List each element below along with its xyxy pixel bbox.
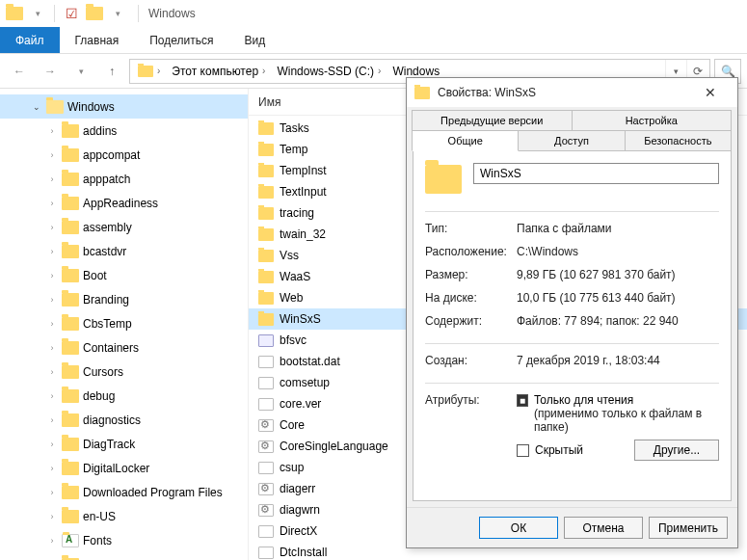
crumb-this-pc[interactable]: Этот компьютер› [166, 60, 271, 83]
readonly-sublabel: (применимо только к файлам в папке) [534, 407, 719, 434]
tree-item[interactable]: ›bcastdvr [0, 239, 248, 263]
folder-icon [258, 292, 274, 305]
tab-general[interactable]: Общие [412, 130, 519, 151]
tree-item[interactable]: ›Cursors [0, 360, 248, 384]
value-size-on-disk: 10,0 ГБ (10 775 613 440 байт) [517, 291, 676, 305]
readonly-checkbox[interactable]: ■ [517, 394, 528, 407]
tree-root-windows[interactable]: ⌄Windows [0, 94, 248, 119]
crumb-drive[interactable]: Windows-SSD (C:)› [271, 60, 387, 83]
gear-icon [258, 483, 274, 495]
dialog-folder-icon [414, 87, 430, 99]
label-location: Расположение: [425, 245, 517, 258]
file-icon [258, 462, 274, 474]
folder-icon [62, 124, 79, 138]
tree-item[interactable]: ›assembly [0, 215, 248, 239]
folder-icon [258, 313, 274, 326]
tree-item[interactable]: ›Fonts [0, 528, 248, 552]
properties-dialog: Свойства: WinSxS ✕ Предыдущие версии Нас… [406, 77, 738, 548]
tree-item[interactable]: ›debug [0, 384, 248, 408]
file-icon [258, 525, 274, 538]
window-titlebar: ▾ ☑ ▾ Windows [0, 0, 747, 27]
label-size-on-disk: На диске: [425, 291, 517, 305]
ribbon-tabs: Файл Главная Поделиться Вид [0, 27, 747, 54]
tree-item[interactable]: ›DigitalLocker [0, 456, 248, 480]
folder-icon [62, 269, 79, 282]
folder-icon [62, 462, 79, 475]
apply-button[interactable]: Применить [649, 517, 728, 539]
tab-share[interactable]: Поделиться [134, 27, 228, 53]
label-created: Создан: [425, 354, 517, 367]
value-location: C:\Windows [517, 245, 578, 258]
folder-icon [62, 341, 79, 355]
file-icon [258, 356, 274, 368]
folder-icon [258, 271, 274, 283]
label-attributes: Атрибуты: [425, 393, 517, 461]
folder-icon [62, 486, 79, 499]
tree-item[interactable]: ›Downloaded Program Files [0, 480, 248, 504]
folder-icon [62, 148, 79, 162]
nav-recent[interactable]: ▾ [67, 58, 94, 85]
tree-item[interactable]: ›AppReadiness [0, 191, 248, 215]
breadcrumb-root-icon [138, 66, 153, 77]
properties-check-icon[interactable]: ☑ [61, 3, 82, 24]
dialog-tabs: Предыдущие версии Настройка Общие Доступ… [413, 111, 732, 151]
tree-item[interactable]: ›addins [0, 119, 248, 143]
close-icon[interactable]: ✕ [691, 78, 730, 107]
hidden-label: Скрытый [535, 443, 583, 457]
gear-icon [258, 419, 274, 432]
tab-customize[interactable]: Настройка [572, 110, 733, 131]
folder-icon [258, 207, 274, 220]
folder-icon [62, 221, 79, 234]
tree-item[interactable]: ›GameBarPresenceWriter [0, 552, 248, 560]
nav-back[interactable]: ← [6, 58, 33, 85]
nav-tree[interactable]: ⌄Windows›addins›appcompat›apppatch›AppRe… [0, 89, 249, 560]
tree-item[interactable]: ›Branding [0, 287, 248, 311]
tab-sharing[interactable]: Доступ [518, 130, 625, 151]
cancel-button[interactable]: Отмена [564, 517, 643, 539]
folder-icon [62, 245, 79, 258]
label-contains: Содержит: [425, 314, 517, 328]
tree-item[interactable]: ›diagnostics [0, 408, 248, 432]
nav-up[interactable]: ↑ [98, 58, 125, 85]
dialog-titlebar[interactable]: Свойства: WinSxS ✕ [407, 78, 737, 107]
qat-dropdown[interactable]: ▾ [27, 3, 48, 24]
advanced-button[interactable]: Другие... [634, 440, 719, 461]
tab-file[interactable]: Файл [0, 27, 60, 53]
tree-item[interactable]: ›en-US [0, 504, 248, 528]
value-type: Папка с файлами [517, 222, 612, 235]
value-created: 7 декабря 2019 г., 18:03:44 [517, 354, 660, 367]
folder-icon [62, 365, 79, 379]
tree-item[interactable]: ›apppatch [0, 167, 248, 191]
folder-large-icon [425, 165, 462, 194]
tab-previous-versions[interactable]: Предыдущие версии [412, 110, 573, 131]
folder-icon [258, 144, 274, 156]
tab-security[interactable]: Безопасность [625, 130, 732, 151]
gear-icon [258, 440, 274, 453]
folder-icon [62, 173, 79, 186]
nav-forward[interactable]: → [37, 58, 64, 85]
tree-item[interactable]: ›Boot [0, 263, 248, 287]
folder-icon [62, 389, 79, 403]
quick-access-toolbar: ▾ ☑ ▾ [4, 3, 128, 24]
tree-item[interactable]: ›appcompat [0, 143, 248, 167]
folder-icon [258, 186, 274, 199]
qat-customize[interactable]: ▾ [107, 3, 128, 24]
dialog-buttons: ОК Отмена Применить [407, 507, 737, 547]
tree-item[interactable]: ›DiagTrack [0, 432, 248, 456]
folder-icon [258, 165, 274, 177]
tab-view[interactable]: Вид [228, 27, 280, 53]
folder-name-input[interactable] [473, 163, 719, 184]
tree-item[interactable]: ›Containers [0, 335, 248, 360]
tree-item[interactable]: ›CbsTemp [0, 311, 248, 335]
qat-folder-icon[interactable] [84, 3, 105, 24]
dialog-title: Свойства: WinSxS [438, 86, 683, 99]
hidden-checkbox[interactable] [517, 444, 529, 457]
file-icon [258, 377, 274, 389]
tab-home[interactable]: Главная [60, 27, 135, 53]
folder-system-icon[interactable] [4, 3, 25, 24]
folder-icon [62, 413, 79, 427]
ok-button[interactable]: ОК [479, 517, 558, 539]
folder-icon [62, 197, 79, 210]
folder-icon [62, 293, 79, 307]
file-icon [258, 547, 274, 559]
